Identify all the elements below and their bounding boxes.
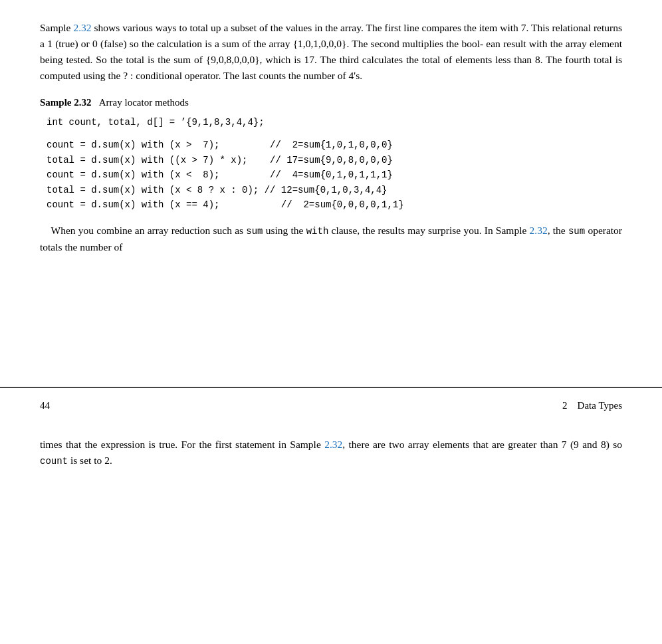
sample-label: Sample 2.32 Array locator methods — [40, 97, 622, 108]
inline-sum-2: sum — [568, 226, 585, 237]
code-line-2: total = d.sum(x) with ((x > 7) * x); // … — [47, 153, 622, 167]
top-paragraph: Sample 2.32 shows various ways to total … — [40, 20, 622, 84]
footer-inline-count: count — [40, 456, 68, 467]
middle-space — [0, 280, 662, 387]
code-line-3: count = d.sum(x) with (x < 8); // 4=sum{… — [47, 167, 622, 182]
code-block: int count, total, d[] = ’{9,1,8,3,4,4}; … — [40, 115, 622, 212]
page-footer: 44 2 Data Types — [0, 388, 662, 423]
footer-sample-link[interactable]: 2.32 — [324, 439, 342, 450]
code-decl-line: int count, total, d[] = ’{9,1,8,3,4,4}; — [47, 115, 622, 130]
page-number: 44 — [40, 400, 50, 411]
code-line-4: total = d.sum(x) with (x < 8 ? x : 0); /… — [47, 183, 622, 197]
inline-with: with — [306, 226, 329, 237]
inline-sum-1: sum — [246, 226, 263, 237]
code-line-5: count = d.sum(x) with (x == 4); // 2=sum… — [47, 197, 622, 212]
sample-label-bold: Sample 2.32 — [40, 97, 92, 108]
sample-title: Array locator methods — [99, 97, 189, 108]
bottom-paragraph-1: When you combine an array reduction such… — [40, 223, 622, 255]
page-top-section: Sample 2.32 shows various ways to total … — [0, 0, 662, 280]
sample-link-2[interactable]: 2.32 — [530, 225, 548, 236]
chapter-info: 2 Data Types — [562, 400, 622, 411]
footer-paragraph: times that the expression is true. For t… — [40, 437, 622, 469]
sample-link-1[interactable]: 2.32 — [73, 22, 91, 33]
code-line-1: count = d.sum(x) with (x > 7); // 2=sum{… — [47, 138, 622, 152]
footer-text-section: times that the expression is true. For t… — [0, 423, 662, 488]
